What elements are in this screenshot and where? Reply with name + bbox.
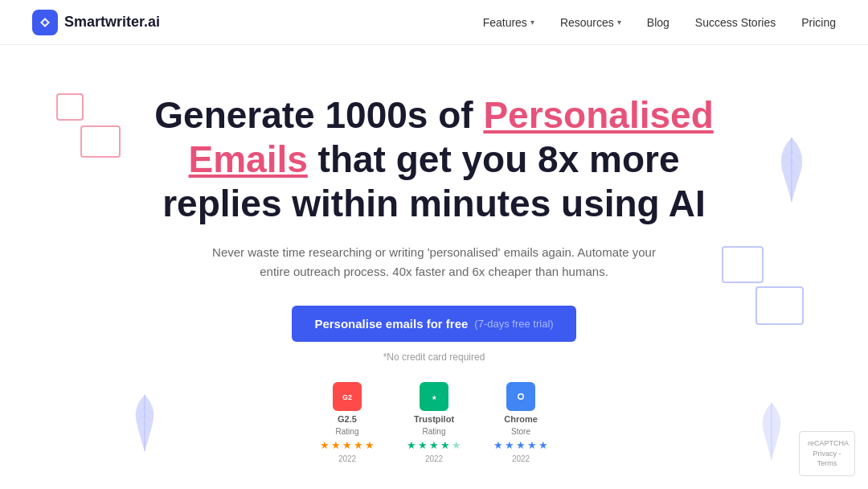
- trustpilot-stars: ★ ★ ★ ★ ★: [407, 439, 461, 451]
- g2-badge: G2: [333, 382, 362, 411]
- cta-trial-text: (7-days free trial): [474, 318, 553, 330]
- hero-title: Generate 1000s of Personalised Emails th…: [153, 93, 715, 227]
- chevron-down-icon: ▾: [617, 18, 621, 27]
- trustpilot-rating: ★ Trustpilot Rating ★ ★ ★ ★ ★ 2022: [407, 382, 461, 463]
- g2-year: 2022: [338, 454, 356, 463]
- deco-square-2: [80, 125, 121, 158]
- svg-text:★: ★: [432, 395, 437, 401]
- navbar: Smartwriter.ai Features ▾ Resources ▾ Bl…: [0, 0, 868, 45]
- trustpilot-badge: ★: [420, 382, 448, 411]
- g2-rating: G2 G2.5 Rating ★ ★ ★ ★ ★ 2022: [320, 382, 375, 463]
- nav-blog[interactable]: Blog: [647, 16, 669, 29]
- cta-label: Personalise emails for free: [314, 317, 468, 331]
- feather-left-icon: [129, 391, 161, 455]
- no-credit-card-text: *No credit card required: [32, 351, 836, 363]
- logo-text: Smartwriter.ai: [64, 14, 160, 31]
- logo[interactable]: Smartwriter.ai: [32, 10, 160, 35]
- g2-label: G2.5: [338, 414, 357, 424]
- chrome-sublabel: Store: [511, 427, 530, 436]
- trustpilot-label: Trustpilot: [414, 414, 454, 424]
- feather-right-bottom-icon: [755, 399, 788, 463]
- chrome-label: Chrome: [504, 414, 538, 424]
- nav-features[interactable]: Features ▾: [483, 16, 534, 29]
- deco-square-1: [56, 93, 84, 121]
- g2-sublabel: Rating: [336, 427, 359, 436]
- nav-resources[interactable]: Resources ▾: [560, 16, 621, 29]
- feather-right-top-icon: [772, 134, 812, 206]
- cta-button[interactable]: Personalise emails for free (7-days free…: [292, 306, 575, 342]
- recaptcha-widget: reCAPTCHA Privacy - Terms: [799, 431, 855, 476]
- chrome-year: 2022: [512, 454, 530, 463]
- svg-text:G2: G2: [342, 393, 352, 401]
- chrome-stars: ★ ★ ★ ★ ★: [493, 439, 548, 451]
- nav-pricing[interactable]: Pricing: [801, 16, 836, 29]
- svg-point-19: [519, 394, 523, 398]
- logo-icon: [32, 10, 58, 35]
- nav-success-stories[interactable]: Success Stories: [695, 16, 776, 29]
- recaptcha-label: reCAPTCHA: [808, 438, 846, 449]
- chrome-badge: [506, 382, 535, 411]
- trustpilot-year: 2022: [425, 454, 443, 463]
- chevron-down-icon: ▾: [530, 18, 534, 27]
- hero-subtitle: Never waste time researching or writing …: [209, 243, 659, 281]
- recaptcha-links: Privacy - Terms: [808, 449, 846, 469]
- nav-menu: Features ▾ Resources ▾ Blog Success Stor…: [483, 16, 836, 29]
- hero-section: Generate 1000s of Personalised Emails th…: [0, 45, 868, 489]
- trustpilot-sublabel: Rating: [423, 427, 446, 436]
- deco-square-4: [755, 286, 804, 325]
- deco-square-3: [722, 246, 764, 283]
- g2-stars: ★ ★ ★ ★ ★: [320, 439, 375, 451]
- chrome-rating: Chrome Store ★ ★ ★ ★ ★ 2022: [493, 382, 548, 463]
